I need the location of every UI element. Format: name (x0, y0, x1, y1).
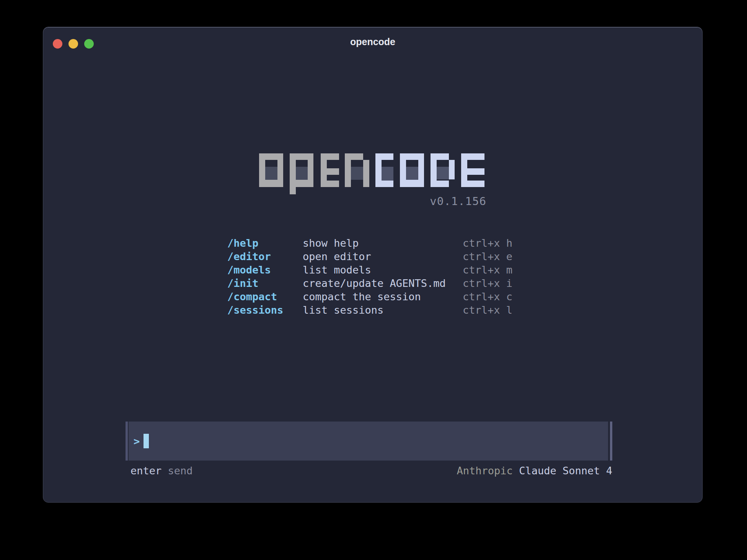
command-shortcut: ctrl+x h (463, 236, 512, 250)
command-shortcut: ctrl+x m (463, 263, 512, 277)
command-name: /compact (227, 290, 303, 303)
command-row-compact: /compact compact the session ctrl+x c (227, 290, 512, 303)
opencode-logo (259, 153, 485, 195)
command-name: /editor (227, 250, 303, 263)
input-area: > (126, 422, 612, 461)
command-row-models: /models list models ctrl+x m (227, 263, 512, 277)
model-indicator: Anthropic Claude Sonnet 4 (457, 465, 612, 477)
send-action-label: send (168, 465, 193, 477)
command-list: /help show help ctrl+x h /editor open ed… (227, 236, 512, 317)
command-shortcut: ctrl+x i (463, 277, 512, 290)
command-shortcut: ctrl+x e (463, 250, 512, 263)
message-input[interactable]: > (129, 422, 608, 461)
command-description: show help (303, 236, 463, 250)
send-hint: enter send (126, 465, 193, 477)
command-row-sessions: /sessions list sessions ctrl+x l (227, 303, 512, 317)
command-name: /sessions (227, 303, 303, 317)
command-description: compact the session (303, 290, 463, 303)
command-row-init: /init create/update AGENTS.md ctrl+x i (227, 277, 512, 290)
window-title: opencode (43, 36, 702, 47)
input-right-border (610, 422, 612, 461)
command-description: open editor (303, 250, 463, 263)
command-description: list sessions (303, 303, 463, 317)
command-row-help: /help show help ctrl+x h (227, 236, 512, 250)
version-label: v0.1.156 (430, 195, 486, 208)
input-left-border (126, 422, 128, 461)
command-name: /help (227, 236, 303, 250)
command-row-editor: /editor open editor ctrl+x e (227, 250, 512, 263)
titlebar: opencode (43, 27, 702, 58)
command-name: /models (227, 263, 303, 277)
opencode-window: opencode (43, 27, 703, 503)
model-label: Claude Sonnet 4 (519, 465, 612, 477)
provider-label: Anthropic (457, 465, 513, 477)
command-description: create/update AGENTS.md (303, 277, 463, 290)
command-name: /init (227, 277, 303, 290)
enter-key-label: enter (130, 465, 161, 477)
command-shortcut: ctrl+x l (463, 303, 512, 317)
status-bar: enter send Anthropic Claude Sonnet 4 (126, 465, 612, 477)
command-shortcut: ctrl+x c (463, 290, 512, 303)
prompt-symbol: > (134, 435, 140, 447)
command-description: list models (303, 263, 463, 277)
text-cursor (144, 434, 149, 448)
